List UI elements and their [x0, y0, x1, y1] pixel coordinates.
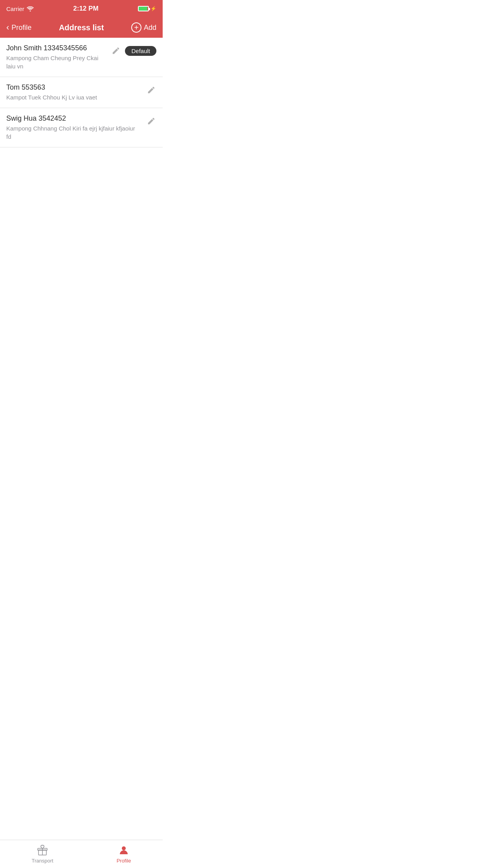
battery-fill: [139, 7, 147, 11]
address-actions-3: [146, 116, 156, 126]
pencil-icon-2: [147, 86, 156, 94]
address-name-3: Swig Hua 3542452: [6, 114, 141, 123]
address-list: John Smith 13345345566 Kampong Cham Cheu…: [0, 38, 163, 147]
battery-icon: [138, 6, 149, 11]
address-name-2: Tom 553563: [6, 83, 141, 92]
status-bar: Carrier 2:12 PM ⚡: [0, 0, 163, 17]
edit-button-2[interactable]: [146, 85, 156, 95]
edit-button-3[interactable]: [146, 116, 156, 126]
status-bar-time: 2:12 PM: [73, 5, 98, 13]
edit-button-1[interactable]: [111, 46, 121, 56]
carrier-label: Carrier: [6, 6, 24, 12]
content-area: John Smith 13345345566 Kampong Cham Cheu…: [0, 38, 163, 179]
status-bar-left: Carrier: [6, 6, 34, 12]
pencil-icon-3: [147, 117, 156, 125]
address-detail-1: Kampong Cham Cheung Prey Ckai laiu vn: [6, 54, 106, 70]
address-detail-3: Kampong Chhnang Chol Kiri fa ejrj kjfaiu…: [6, 124, 141, 141]
address-detail-2: Kampot Tuek Chhou Kj Lv iua vaet: [6, 93, 141, 101]
address-item-1: John Smith 13345345566 Kampong Cham Cheu…: [0, 38, 163, 77]
add-circle-icon: +: [131, 22, 141, 33]
page-title: Address list: [59, 23, 104, 32]
add-button[interactable]: + Add: [131, 22, 156, 33]
pencil-icon-1: [112, 46, 120, 55]
nav-bar: ‹ Profile Address list + Add: [0, 17, 163, 38]
address-item-3: Swig Hua 3542452 Kampong Chhnang Chol Ki…: [0, 108, 163, 147]
address-name-1: John Smith 13345345566: [6, 44, 106, 52]
bolt-icon: ⚡: [150, 6, 156, 11]
back-button[interactable]: ‹ Profile: [6, 23, 31, 32]
chevron-left-icon: ‹: [6, 23, 9, 32]
back-label: Profile: [11, 24, 31, 32]
status-bar-right: ⚡: [138, 6, 156, 11]
address-content-3: Swig Hua 3542452 Kampong Chhnang Chol Ki…: [6, 114, 146, 141]
default-badge-1: Default: [125, 46, 156, 56]
address-actions-2: [146, 85, 156, 95]
add-label: Add: [144, 24, 156, 32]
address-content-2: Tom 553563 Kampot Tuek Chhou Kj Lv iua v…: [6, 83, 146, 101]
address-item-2: Tom 553563 Kampot Tuek Chhou Kj Lv iua v…: [0, 77, 163, 108]
svg-point-0: [29, 11, 31, 12]
address-content-1: John Smith 13345345566 Kampong Cham Cheu…: [6, 44, 111, 70]
address-actions-1: Default: [111, 46, 156, 56]
wifi-icon: [27, 6, 34, 11]
